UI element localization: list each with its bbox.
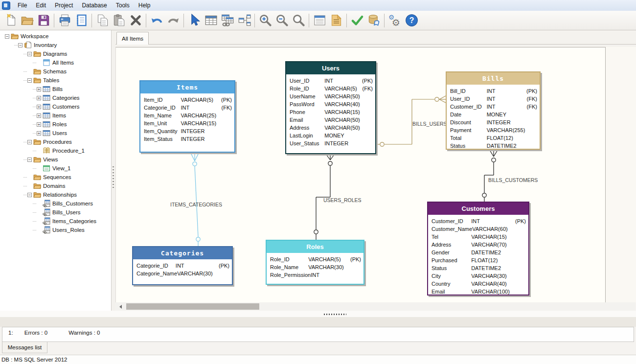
table-link-icon[interactable] [219,12,236,29]
splitter-vertical[interactable] [112,30,115,312]
tree-guide [14,45,18,46]
tree-item-customers[interactable]: +Customers [0,102,111,111]
zoom-out-icon[interactable] [273,12,290,29]
tree-item-roles[interactable]: +Roles [0,120,111,129]
diagram-table-customers[interactable]: CustomersCustomer_IDINT(PK)Customer_Name… [427,202,529,296]
collapse-icon[interactable]: − [27,52,32,56]
save-icon[interactable] [35,12,52,29]
relationship-items_categories[interactable]: ITEMS_CATEGORIES [170,153,222,246]
expand-icon[interactable]: + [37,96,41,100]
tree-item-workspace[interactable]: −Workspace [0,32,111,41]
tree-item-schemas[interactable]: Schemas [0,67,111,76]
canvas-hscrollbar[interactable] [115,302,635,311]
new-file-icon[interactable] [2,12,19,29]
tree-item-bills-users[interactable]: Bills_Users [0,208,111,217]
collapse-icon[interactable]: − [27,193,32,197]
tree-item-label: Items [52,113,66,118]
expand-icon[interactable]: + [37,87,41,91]
menu-file[interactable]: File [13,1,31,10]
menu-database[interactable]: Database [77,1,111,10]
redo-icon[interactable] [165,12,182,29]
tree-item-label: Bills [52,86,63,92]
tab-all-items[interactable]: All Items [116,32,149,45]
tree-item-diagrams[interactable]: −Diagrams [0,49,111,58]
collapse-icon[interactable]: − [18,43,23,47]
column-key [526,256,528,264]
column-key [232,119,234,127]
notes-icon[interactable] [73,12,90,29]
relationship-bills_users[interactable]: BILLS_USERS [376,96,447,146]
hscroll-left-button[interactable] [115,302,125,311]
column-row: TelVARCHAR(15) [428,233,528,241]
menu-project[interactable]: Project [50,1,77,10]
zoom-in-icon[interactable] [257,12,273,29]
tree-item-procedures[interactable]: −Procedures [0,137,111,146]
column-row: Role_NameVARCHAR(30) [267,263,363,271]
tree-item-items-categories[interactable]: Items_Categories [0,217,111,226]
column-name: Total [447,134,487,142]
tree-item-relationships[interactable]: −Relationships [0,190,111,199]
tree-guide [23,195,27,195]
tree-item-tables[interactable]: −Tables [0,76,111,85]
procedure-icon [43,147,50,155]
column-name: Email [428,288,471,296]
deploy-database-icon[interactable] [365,12,382,29]
print-icon[interactable] [56,12,73,29]
collapse-icon[interactable]: − [27,78,32,83]
tree-item-all-items[interactable]: All Items [0,58,111,67]
diagram-table-categories[interactable]: CategoriesCategorie_IDINT(PK)Categorie_N… [132,246,233,285]
diagram-tree-icon[interactable] [236,12,252,29]
settings-gears-icon[interactable]: ⚙⚙ [386,12,403,29]
tree-item-users-roles[interactable]: Users_Roles [0,226,111,234]
column-key: (PK) [515,217,528,225]
validate-check-icon[interactable] [349,12,365,29]
paste-icon[interactable] [111,12,127,29]
undo-icon[interactable] [148,12,165,29]
select-pointer-icon[interactable] [186,12,203,29]
expand-icon[interactable]: + [37,122,41,127]
collapse-icon[interactable]: − [27,140,32,144]
tree-item-label: Relationships [43,192,77,198]
tree-item-views[interactable]: −Views [0,155,111,164]
relationship-bills_customers[interactable]: BILLS_CUSTOMERS [482,150,538,202]
document-text-icon[interactable] [328,12,344,29]
menu-tools[interactable]: Tools [112,1,134,10]
tree-item-categories[interactable]: +Categories [0,93,111,102]
diagram-table-bills[interactable]: BillsBill_IDINT(PK)User_IDINT(FK)Custome… [446,71,541,150]
expand-icon[interactable]: + [37,114,41,118]
tree-item-bills[interactable]: +Bills [0,85,111,93]
messages-list-tab[interactable]: Messages list [2,342,47,353]
diagram-canvas[interactable]: ITEMS_CATEGORIESUSERS_ROLESBILLS_USERSBI… [115,47,606,303]
document-list-icon[interactable] [311,12,328,29]
zoom-icon[interactable] [290,12,307,29]
collapse-icon[interactable]: − [27,158,32,162]
relationship-users_roles[interactable]: USERS_ROLES [314,155,362,240]
column-key [526,249,528,256]
toolbar-separator [183,14,184,27]
tree-item-users[interactable]: +Users [0,129,111,137]
expand-icon[interactable]: + [37,131,41,136]
tree-item-invontary[interactable]: −Invontary [0,41,111,49]
open-folder-icon[interactable] [19,12,35,29]
delete-icon[interactable] [127,12,144,29]
tree-item-sequences[interactable]: Sequences [0,173,111,182]
copy-icon[interactable] [94,12,111,29]
tree-item-items[interactable]: +Items [0,111,111,120]
hscroll-thumb[interactable] [126,303,259,310]
menu-edit[interactable]: Edit [31,1,50,10]
column-type: INTEGER [324,139,373,147]
table-icon[interactable] [203,12,219,29]
tree-item-procedure-1[interactable]: Procedure_1 [0,146,111,155]
tree-item-bills-customers[interactable]: Bills_Customers [0,199,111,208]
help-icon[interactable]: ? [403,12,420,29]
tree-item-view-1[interactable]: View_1 [0,164,111,173]
collapse-icon[interactable]: − [5,34,9,39]
tree-item-domains[interactable]: Domains [0,182,111,190]
splitter-horizontal[interactable] [0,311,636,317]
table-columns: Bill_IDINT(PK)User_IDINT(FK)Customer_IDI… [447,85,540,150]
diagram-table-roles[interactable]: RolesRole_IDVARCHAR(5)(PK)Role_NameVARCH… [266,240,364,285]
expand-icon[interactable]: + [37,105,41,109]
menu-help[interactable]: Help [134,1,155,10]
diagram-table-users[interactable]: UsersUser_IDINT(PK)Role_IDVARCHAR(5)(FK)… [285,61,376,154]
diagram-table-items[interactable]: ItemsItem_IDVARCHAR(5)(PK)Categorie_IDIN… [139,80,235,153]
